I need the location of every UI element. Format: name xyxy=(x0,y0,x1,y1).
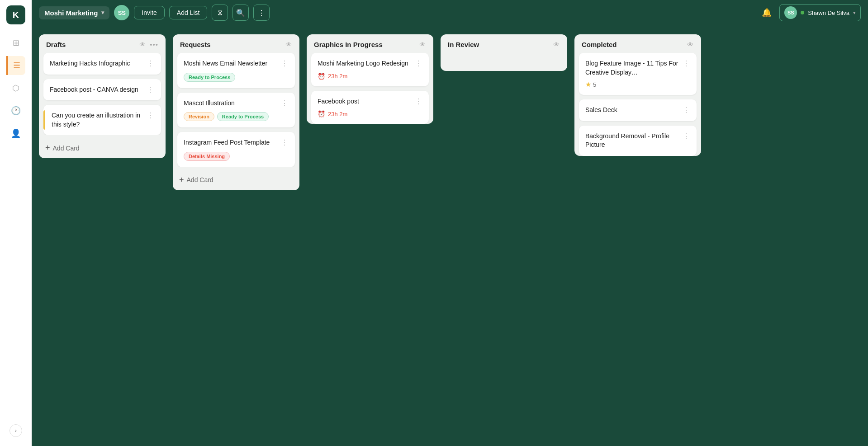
tag-ready-to-process-2: Ready to Process xyxy=(217,112,269,121)
topnav-right: 🔔 SS Shawn De Silva ▾ xyxy=(759,4,861,21)
column-completed: Completed 👁 Blog Feature Image - 11 Tips… xyxy=(574,34,701,156)
user-menu[interactable]: SS Shawn De Silva ▾ xyxy=(779,4,861,21)
card-facebook-canva-menu[interactable]: ⋮ xyxy=(147,85,155,94)
notifications-button[interactable]: 🔔 xyxy=(759,5,775,21)
more-options-button[interactable]: ⋮ xyxy=(253,5,270,21)
card-logo-redesign-menu[interactable]: ⋮ xyxy=(415,59,422,68)
tag-ready-to-process-1: Ready to Process xyxy=(184,73,235,82)
card-mascot[interactable]: Mascot Illustration ⋮ Revision Ready to … xyxy=(177,93,295,128)
column-in-review: In Review 👁 xyxy=(441,34,567,71)
card-marketing-hacks-menu[interactable]: ⋮ xyxy=(147,59,155,68)
card-illustration-style[interactable]: Can you create an illustration in this s… xyxy=(43,105,161,135)
sidebar: K ⊞ ☰ ⬡ 🕐 👤 › xyxy=(0,0,32,446)
card-mascot-title: Mascot Illustration xyxy=(184,99,281,108)
sidebar-item-list[interactable]: ☰ xyxy=(6,56,25,75)
user-chevron: ▾ xyxy=(853,10,856,16)
card-blog-feature-title: Blog Feature Image - 11 Tips For Creativ… xyxy=(585,59,683,77)
card-left-bar xyxy=(43,110,45,130)
column-in-review-title: In Review xyxy=(448,41,550,48)
topnav-avatar[interactable]: SS xyxy=(114,5,129,20)
card-facebook-post[interactable]: Facebook post ⋮ ⏰ 23h 2m xyxy=(311,91,429,124)
column-drafts-eye-icon[interactable]: 👁 xyxy=(139,41,146,48)
card-logo-redesign[interactable]: Moshi Marketing Logo Redesign ⋮ ⏰ 23h 2m xyxy=(311,53,429,86)
add-list-button[interactable]: Add List xyxy=(169,6,208,19)
column-completed-header: Completed 👁 xyxy=(574,34,701,53)
user-name: Shawn De Silva xyxy=(808,9,849,16)
tag-revision: Revision xyxy=(184,112,214,121)
column-drafts-cards: Marketing Hacks Infographic ⋮ Facebook p… xyxy=(39,53,166,135)
sidebar-expand-button[interactable]: › xyxy=(9,424,22,437)
online-indicator xyxy=(801,11,804,14)
column-drafts: Drafts 👁 ••• Marketing Hacks Infographic… xyxy=(39,34,166,158)
column-in-review-header: In Review 👁 xyxy=(441,34,567,53)
card-sales-deck[interactable]: Sales Deck ⋮ xyxy=(579,99,697,121)
card-marketing-hacks-title: Marketing Hacks Infographic xyxy=(50,59,147,68)
column-requests-title: Requests xyxy=(180,41,282,48)
column-completed-cards: Blog Feature Image - 11 Tips For Creativ… xyxy=(574,53,701,156)
main-area: Moshi Marketing ▾ SS Invite Add List ⧖ 🔍… xyxy=(32,0,868,446)
card-background-removal-menu[interactable]: ⋮ xyxy=(683,132,690,141)
column-completed-eye-icon[interactable]: 👁 xyxy=(687,41,694,48)
card-sales-deck-menu[interactable]: ⋮ xyxy=(683,106,690,114)
workspace-chevron: ▾ xyxy=(101,9,104,16)
card-blog-feature-menu[interactable]: ⋮ xyxy=(683,59,690,68)
sidebar-item-cube[interactable]: ⬡ xyxy=(6,79,25,98)
card-illustration-style-menu[interactable]: ⋮ xyxy=(147,111,155,120)
card-background-removal[interactable]: Background Removal - Profile Picture ⋮ xyxy=(579,126,697,156)
more-icon: ⋮ xyxy=(258,9,265,17)
column-requests-cards: Moshi News Email Newsletter ⋮ Ready to P… xyxy=(173,53,299,167)
column-requests-header: Requests 👁 xyxy=(173,34,299,53)
sidebar-item-user[interactable]: 👤 xyxy=(6,124,25,143)
card-facebook-post-menu[interactable]: ⋮ xyxy=(415,97,422,106)
bell-icon: 🔔 xyxy=(762,8,772,18)
card-logo-redesign-title: Moshi Marketing Logo Redesign xyxy=(318,59,415,68)
sidebar-item-grid[interactable]: ⊞ xyxy=(6,33,25,52)
card-facebook-post-title: Facebook post xyxy=(318,97,415,106)
clock-icon-2: ⏰ xyxy=(318,110,325,117)
card-facebook-canva-title: Facebook post - CANVA design xyxy=(50,85,147,94)
column-graphics-in-progress: Graphics In Progress 👁 Moshi Marketing L… xyxy=(307,34,433,124)
card-marketing-hacks[interactable]: Marketing Hacks Infographic ⋮ xyxy=(43,53,161,75)
card-blog-feature[interactable]: Blog Feature Image - 11 Tips For Creativ… xyxy=(579,53,697,95)
card-moshi-news[interactable]: Moshi News Email Newsletter ⋮ Ready to P… xyxy=(177,53,295,88)
column-in-review-eye-icon[interactable]: 👁 xyxy=(553,41,560,48)
card-facebook-post-time: 23h 2m xyxy=(328,111,347,117)
card-mascot-menu[interactable]: ⋮ xyxy=(281,99,289,108)
filter-icon: ⧖ xyxy=(218,9,223,17)
requests-add-label: Add Card xyxy=(187,176,213,183)
requests-add-icon: + xyxy=(179,175,184,185)
star-count: 5 xyxy=(593,81,596,88)
drafts-add-label: Add Card xyxy=(53,145,80,152)
column-drafts-title: Drafts xyxy=(46,41,136,48)
column-requests: Requests 👁 Moshi News Email Newsletter ⋮… xyxy=(173,34,299,190)
card-facebook-canva[interactable]: Facebook post - CANVA design ⋮ xyxy=(43,79,161,101)
invite-button[interactable]: Invite xyxy=(134,6,164,19)
column-requests-eye-icon[interactable]: 👁 xyxy=(285,41,292,48)
column-drafts-header: Drafts 👁 ••• xyxy=(39,34,166,53)
topnav: Moshi Marketing ▾ SS Invite Add List ⧖ 🔍… xyxy=(32,0,868,25)
column-graphics-eye-icon[interactable]: 👁 xyxy=(419,41,426,48)
tag-details-missing: Details Missing xyxy=(184,152,230,161)
drafts-add-card-button[interactable]: + Add Card xyxy=(39,138,166,158)
column-graphics-title: Graphics In Progress xyxy=(314,41,416,48)
column-in-review-cards xyxy=(441,53,567,71)
workspace-name: Moshi Marketing xyxy=(44,9,98,17)
card-moshi-news-menu[interactable]: ⋮ xyxy=(281,59,289,68)
column-graphics-cards: Moshi Marketing Logo Redesign ⋮ ⏰ 23h 2m… xyxy=(307,53,433,124)
card-logo-time: 23h 2m xyxy=(328,73,347,80)
column-drafts-menu[interactable]: ••• xyxy=(150,41,158,48)
card-instagram-title: Instagram Feed Post Template xyxy=(184,138,281,147)
card-instagram[interactable]: Instagram Feed Post Template ⋮ Details M… xyxy=(177,132,295,167)
sidebar-item-calendar[interactable]: 🕐 xyxy=(6,101,25,120)
drafts-add-icon: + xyxy=(45,143,50,153)
search-button[interactable]: 🔍 xyxy=(232,5,249,21)
filter-button[interactable]: ⧖ xyxy=(212,5,228,21)
column-graphics-header: Graphics In Progress 👁 xyxy=(307,34,433,53)
requests-add-card-button[interactable]: + Add Card xyxy=(173,170,299,190)
star-icon: ★ xyxy=(585,80,591,89)
column-completed-title: Completed xyxy=(582,41,683,48)
card-instagram-menu[interactable]: ⋮ xyxy=(281,138,289,147)
card-sales-deck-title: Sales Deck xyxy=(585,106,683,115)
app-logo[interactable]: K xyxy=(6,5,25,24)
workspace-selector[interactable]: Moshi Marketing ▾ xyxy=(39,6,109,19)
